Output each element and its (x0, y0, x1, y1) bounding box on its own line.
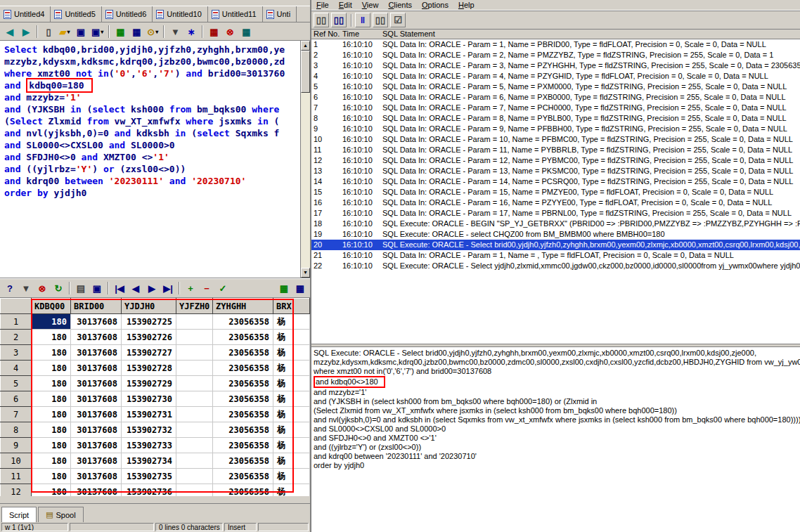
grid-cell[interactable]: 180 (32, 422, 71, 438)
tab-script[interactable]: Script (1, 507, 37, 522)
row-number[interactable]: 3 (1, 345, 32, 361)
grid-cell[interactable]: 杨 (273, 469, 310, 484)
row-number[interactable]: 7 (1, 407, 32, 422)
column-ref-no[interactable]: Ref No. (311, 30, 342, 39)
scroll-down-button[interactable]: ▼ (301, 268, 310, 278)
grid-cell[interactable]: 23056358 (213, 469, 273, 484)
grid-cell[interactable]: 30137608 (71, 361, 122, 376)
grid-cell[interactable]: 30137608 (71, 438, 122, 453)
grid-cell[interactable]: 23056358 (213, 453, 273, 469)
grid-cell[interactable] (176, 438, 213, 453)
grid-cell[interactable]: 23056358 (213, 345, 273, 361)
grid-cell[interactable]: 180 (32, 453, 71, 469)
grid-column-yjfzh0[interactable]: YJFZH0 (176, 299, 213, 314)
grid-cell[interactable]: 杨 (273, 361, 310, 376)
grid-cell[interactable] (176, 484, 213, 497)
grid-cell[interactable]: 180 (32, 484, 71, 497)
row-number[interactable]: 5 (1, 376, 32, 391)
row-number[interactable]: 11 (1, 469, 32, 484)
export-excel-icon[interactable]: ▦ (276, 281, 292, 296)
sql-editor[interactable]: Select kdbq00,brid00,yjdjh0,yjfzh0,zyhgh… (0, 41, 310, 278)
save-as-icon[interactable]: ▣▾ (89, 25, 105, 39)
trace-row[interactable]: 1916:10:10SQL Execute: ORACLE - select C… (311, 229, 800, 240)
row-number[interactable]: 6 (1, 391, 32, 407)
grid-cell[interactable]: 杨 (273, 422, 310, 438)
grid-cell[interactable] (176, 407, 213, 422)
tab-unti[interactable]: Unti (263, 6, 297, 22)
trace-row[interactable]: 116:10:10SQL Data In: ORACLE - Param = 1… (311, 39, 800, 50)
scrollbar-track[interactable] (301, 93, 310, 268)
grid-column-brid00[interactable]: BRID00 (71, 299, 122, 314)
trace-row[interactable]: 316:10:10SQL Data In: ORACLE - Param = 3… (311, 60, 800, 71)
row-number[interactable]: 12 (1, 484, 32, 497)
row-number[interactable]: 8 (1, 422, 32, 438)
grid-column-zyhghh[interactable]: ZYHGHH (213, 299, 273, 314)
grid-cell[interactable]: 30137608 (71, 422, 122, 438)
grid-cell[interactable]: 180 (32, 438, 71, 453)
grid-cell[interactable]: 23056358 (213, 314, 273, 330)
grid-cell[interactable]: 杨 (273, 391, 310, 407)
tab-untitled5[interactable]: Untitled5 (51, 6, 101, 22)
grid-cell[interactable]: 杨 (273, 438, 310, 453)
filter-icon[interactable]: ▼ (167, 25, 183, 39)
last-record-icon[interactable]: ▶| (160, 281, 176, 296)
dropdown-arrow-icon[interactable]: ▾ (155, 29, 158, 35)
filter-results-icon[interactable]: ▼ (18, 281, 34, 296)
trace-row[interactable]: 1116:10:10SQL Data In: ORACLE - Param = … (311, 145, 800, 155)
trace-row[interactable]: 216:10:10SQL Data In: ORACLE - Param = 2… (311, 50, 800, 60)
editor-vertical-scrollbar[interactable]: ▲ ▼ (300, 41, 310, 278)
table-row[interactable]: 31803013760815390272723056358杨 (1, 345, 310, 361)
execute-query-icon[interactable]: ▦ (112, 25, 128, 39)
grid-cell[interactable]: 153902730 (122, 391, 176, 407)
scrollbar-thumb[interactable] (301, 51, 310, 93)
grid-cell[interactable]: 30137608 (71, 376, 122, 391)
table-row[interactable]: 81803013760815390273223056358杨 (1, 422, 310, 438)
menu-file[interactable]: File (311, 1, 334, 9)
grid-cell[interactable]: 180 (32, 376, 71, 391)
trace-row[interactable]: 1416:10:10SQL Data In: ORACLE - Param = … (311, 176, 800, 187)
copy-all-icon[interactable]: ▯▯ (331, 13, 347, 27)
trace-row[interactable]: 716:10:10SQL Data In: ORACLE - Param = 7… (311, 103, 800, 113)
cancel-query-icon[interactable]: ⊗ (34, 281, 50, 296)
trace-row[interactable]: 1316:10:10SQL Data In: ORACLE - Param = … (311, 166, 800, 176)
tab-untitled6[interactable]: Untitled6 (102, 6, 153, 22)
data-grid-icon[interactable]: ▦ (129, 25, 144, 39)
column-sql-statement[interactable]: SQL Statement (382, 30, 800, 39)
grid-cell[interactable]: 杨 (273, 330, 310, 345)
grid-cell[interactable]: 153902734 (122, 453, 176, 469)
trace-row[interactable]: 816:10:10SQL Data In: ORACLE - Param = 8… (311, 113, 800, 124)
grid-cell[interactable]: 30137608 (71, 314, 122, 330)
grid-cell[interactable]: 23056358 (213, 391, 273, 407)
sql-editor-text[interactable]: Select kdbq00,brid00,yjdjh0,yjfzh0,zyhgh… (0, 41, 300, 278)
post-edit-icon[interactable]: ✓ (215, 281, 231, 296)
grid-cell[interactable]: 23056358 (213, 376, 273, 391)
grid-cell[interactable] (176, 314, 213, 330)
grid-cell[interactable]: 180 (32, 361, 71, 376)
clear-list-icon[interactable]: ▯▯ (373, 13, 388, 27)
grid-cell[interactable]: 杨 (273, 376, 310, 391)
grid-column-yjdjh0[interactable]: YJDJH0 (122, 299, 176, 314)
table-row[interactable]: 71803013760815390273123056358杨 (1, 407, 310, 422)
grid-cell[interactable]: 153902736 (122, 484, 176, 497)
grid-cell[interactable]: 153902732 (122, 422, 176, 438)
trace-options-icon[interactable]: ☑ (390, 13, 406, 27)
trace-row[interactable]: 516:10:10SQL Data In: ORACLE - Param = 5… (311, 82, 800, 92)
export-grid-icon[interactable]: ▦ (292, 281, 308, 296)
grid-cell[interactable]: 180 (32, 330, 71, 345)
grid-cell[interactable]: 30137608 (71, 345, 122, 361)
grid-cell[interactable] (176, 376, 213, 391)
tab-untitled4[interactable]: Untitled4 (0, 6, 51, 22)
table-row[interactable]: 111803013760815390273523056358杨 (1, 469, 310, 484)
trace-row[interactable]: 2116:10:10SQL Data In: ORACLE - Param = … (311, 250, 800, 261)
save-results-icon[interactable]: ▣ (89, 281, 105, 296)
table-count-icon[interactable]: ▦ (238, 25, 254, 39)
grid-cell[interactable]: 杨 (273, 484, 310, 497)
grid-cell[interactable]: 30137608 (71, 453, 122, 469)
grid-cell[interactable]: 153902729 (122, 376, 176, 391)
trace-row[interactable]: 616:10:10SQL Data In: ORACLE - Param = 6… (311, 92, 800, 103)
grid-cell[interactable]: 180 (32, 469, 71, 484)
grid-cell[interactable]: 180 (32, 391, 71, 407)
trace-row[interactable]: 1716:10:10SQL Data In: ORACLE - Param = … (311, 208, 800, 219)
grid-cell[interactable]: 180 (32, 314, 71, 330)
grid-cell[interactable]: 153902727 (122, 345, 176, 361)
